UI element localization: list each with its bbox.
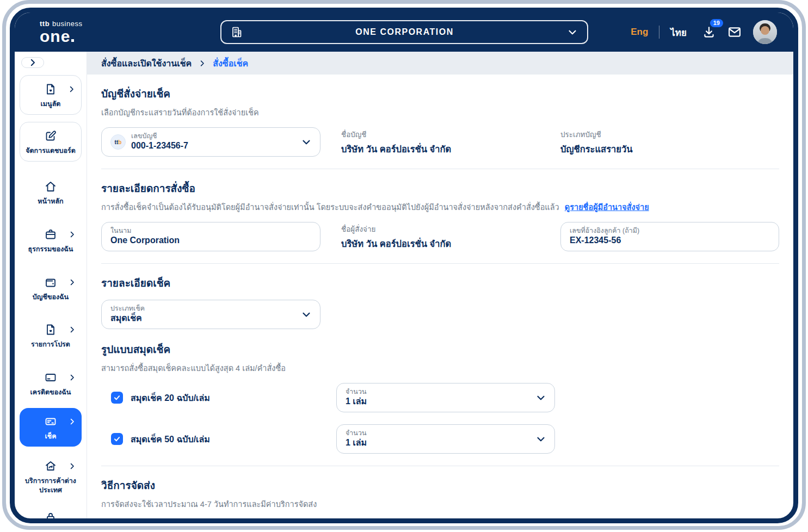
breadcrumb-parent[interactable]: สั่งซื้อและเปิดใช้งานเช็ค [101,57,192,70]
brand-one-text: one [40,27,70,45]
chevron-right-icon [67,85,76,94]
chevron-right-icon [68,230,76,238]
sidebar-expand-button[interactable] [21,57,44,68]
customer-ref-input[interactable]: เลขที่อ้างอิงลูกค้า (ถ้ามี) EX-12345-56 [560,222,779,251]
checkbox-label: สมุดเช็ค 50 ฉบับ/เล่ม [131,432,210,446]
sidebar-item-label: เครดิตของฉัน [23,388,78,397]
sidebar-item-shortcut-menu[interactable]: เมนูลัด [20,75,82,115]
building-icon [230,26,243,39]
sidebar-item-cheque[interactable]: เช็ค [20,408,82,447]
field-label: เลขที่อ้างอิงลูกค้า (ถ้ามี) [570,227,639,235]
field-label: เลขบัญชี [131,132,188,140]
chevron-down-icon [535,392,547,404]
section-title-payout-account: บัญชีสั่งจ่ายเช็ค [101,85,779,102]
top-navbar: ttbbusiness one ONE CORPORATION Eng ไท [15,13,793,52]
book-20-quantity-select[interactable]: จำนวน 1 เล่ม [336,383,555,412]
user-avatar[interactable] [753,20,777,44]
sidebar-item-favorites[interactable]: รายการโปรด [20,319,82,352]
sidebar-item-label: เมนูลัด [23,100,78,109]
breadcrumb: สั่งซื้อและเปิดใช้งานเช็ค สั่งซื้อเช็ค [87,52,793,75]
section-subtitle: เลือกบัญชีกระแสรายวันที่ต้องการใช้สั่งจ่… [101,106,779,119]
sidebar-item-label: ธุรกรรมของฉัน [23,245,78,254]
checkbox-book-50[interactable] [111,433,123,445]
sidebar-item-manage-dashboard[interactable]: จัดการแดชบอร์ด [20,122,82,162]
chevron-right-icon [68,326,76,334]
home-icon [44,180,57,193]
cheque-type-select[interactable]: ประเภทเช็ค สมุดเช็ค [101,300,320,329]
sidebar-item-label: รายการโปรด [23,340,78,349]
chevron-right-icon [68,418,76,426]
download-button[interactable]: 19 [702,25,716,39]
field-value: 1 เล่ม [346,437,367,449]
check-icon [113,435,121,443]
field-value: 000-1-23456-7 [131,140,188,152]
chevron-right-icon [28,58,38,67]
section-subtitle: การสั่งซื้อเช็คจำเป็นต้องได้รับอนุมัติโด… [101,201,779,213]
credit-card-icon [44,371,57,384]
check-icon [113,394,121,401]
field-label: ประเภทเช็ค [110,305,145,313]
payer-name-field: ชื่อผู้สั่งจ่าย บริษัท วัน คอร์ปอเรชั่น … [341,223,540,251]
sidebar-item-label: หน้าหลัก [23,197,78,206]
header-actions: Eng ไทย 19 [631,20,777,44]
book-50-quantity-select[interactable]: จำนวน 1 เล่ม [336,424,555,454]
main-area: สั่งซื้อและเปิดใช้งานเช็ค สั่งซื้อเช็ค บ… [87,52,793,518]
section-title-book-format: รูปแบบสมุดเช็ค [101,341,779,357]
field-value: One Corporation [110,235,180,246]
wallet-icon [44,276,57,289]
chevron-down-icon [300,308,312,320]
sidebar-item-international-trade[interactable]: บริการการค้าต่างประเทศ [20,456,82,498]
field-label: จำนวน [346,388,367,396]
field-label: จำนวน [346,429,367,437]
form-content: บัญชีสั่งจ่ายเช็ค เลือกบัญชีกระแสรายวันท… [87,75,793,518]
checkbox-book-20[interactable] [111,392,123,404]
ttb-business-one-logo: ttbbusiness one [40,20,82,45]
company-selector[interactable]: ONE CORPORATION [220,20,588,44]
app-window: ttbbusiness one ONE CORPORATION Eng ไท [10,8,798,523]
book-20-option: สมุดเช็ค 20 ฉบับ/เล่ม [101,391,324,405]
language-thai-button[interactable]: ไทย [670,25,687,40]
divider [101,263,779,264]
in-name-of-input[interactable]: ในนาม One Corporation [101,222,320,251]
language-eng-button[interactable]: Eng [631,27,648,38]
doc-heart-icon [44,323,57,336]
section-title-cheque-details: รายละเอียดเช็ค [101,275,779,291]
account-number-select[interactable]: ttb เลขบัญชี 000-1-23456-7 [101,127,320,157]
chevron-down-icon [535,433,547,445]
sidebar-item-label: บริการการค้าต่างประเทศ [23,477,78,495]
sidebar-item-ctf[interactable]: CTF [20,507,82,523]
mail-icon [727,24,742,40]
authorized-signers-link[interactable]: ดูรายชื่อผู้มีอำนาจสั่งจ่าย [565,203,649,212]
cheque-icon [44,415,57,428]
mail-button[interactable] [727,24,742,40]
section-title-delivery: วิธีการจัดส่ง [101,477,779,493]
field-value: สมุดเช็ค [110,313,145,324]
sidebar-item-my-credit[interactable]: เครดิตของฉัน [20,367,82,400]
section-subtitle: สามารถสั่งซื้อสมุดเช็คคละแบบได้สูงสุด 4 … [101,362,779,374]
sidebar-item-my-transactions[interactable]: ธุรกรรมของฉัน [20,224,82,257]
account-name-field: ชื่อบัญชี บริษัท วัน คอร์ปอเรชั่น จำกัด [341,128,540,156]
divider [101,169,779,169]
field-value: 1 เล่ม [346,396,367,407]
chevron-down-icon [300,136,312,148]
breadcrumb-current[interactable]: สั่งซื้อเช็ค [213,57,248,70]
sidebar-item-label: จัดการแดชบอร์ด [23,146,78,156]
page: ttbbusiness one ONE CORPORATION Eng ไท [0,0,808,532]
book-50-option: สมุดเช็ค 50 ฉบับ/เล่ม [101,432,324,446]
field-value: EX-12345-56 [570,235,639,246]
app-body: เมนูลัด จัดการแดชบอร์ด [15,52,793,518]
trade-home-icon [44,460,57,473]
sidebar-item-home[interactable]: หน้าหลัก [20,176,82,209]
sidebar-item-label: บัญชีของฉัน [23,293,78,302]
ttb-logo-icon: ttb [110,134,126,150]
chevron-right-icon [68,374,76,382]
sidebar-item-my-accounts[interactable]: บัญชีของฉัน [20,272,82,305]
checkbox-label: สมุดเช็ค 20 ฉบับ/เล่ม [131,391,210,405]
sidebar: เมนูลัด จัดการแดชบอร์ด [15,52,87,518]
section-subtitle: การจัดส่งจะใช้เวลาประมาณ 4-7 วันทำการและ… [101,498,779,510]
chevron-right-icon [68,278,76,286]
edit-icon [44,129,57,143]
avatar-image [753,20,777,44]
company-name: ONE CORPORATION [243,27,566,37]
account-type-field: ประเภทบัญชี บัญชีกระแสรายวัน [560,128,779,156]
